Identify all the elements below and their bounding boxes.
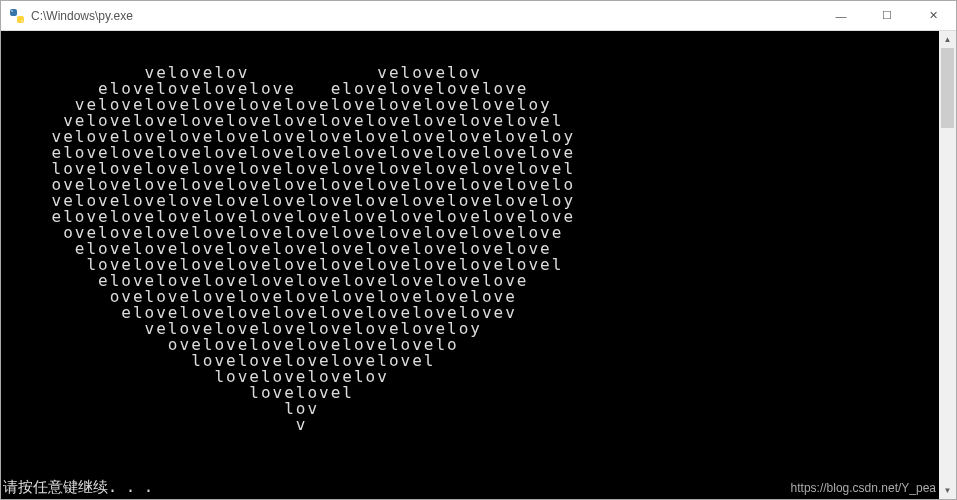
svg-rect-0 [10, 9, 17, 16]
console-line: v [5, 417, 935, 433]
prompt-line: 请按任意键继续. . . [3, 479, 153, 495]
titlebar: C:\Windows\py.exe — ☐ ✕ [1, 1, 956, 31]
console-output[interactable]: velovelov velovelov elovelovelovelove el… [1, 31, 939, 499]
maximize-button[interactable]: ☐ [864, 1, 910, 30]
window-title: C:\Windows\py.exe [31, 9, 818, 23]
watermark-text: https://blog.csdn.net/Y_pea [791, 481, 936, 495]
window-controls: — ☐ ✕ [818, 1, 956, 30]
scroll-down-arrow-icon[interactable]: ▼ [939, 482, 956, 499]
application-window: C:\Windows\py.exe — ☐ ✕ velovelov velove… [0, 0, 957, 500]
close-button[interactable]: ✕ [910, 1, 956, 30]
scroll-up-arrow-icon[interactable]: ▲ [939, 31, 956, 48]
scrollbar-track[interactable] [939, 48, 956, 482]
svg-point-3 [21, 20, 23, 22]
console-container: velovelov velovelov elovelovelovelove el… [1, 31, 956, 499]
minimize-button[interactable]: — [818, 1, 864, 30]
app-icon [9, 8, 25, 24]
svg-rect-1 [17, 16, 24, 23]
scrollbar-thumb[interactable] [941, 48, 954, 128]
svg-point-2 [11, 10, 13, 12]
vertical-scrollbar[interactable]: ▲ ▼ [939, 31, 956, 499]
